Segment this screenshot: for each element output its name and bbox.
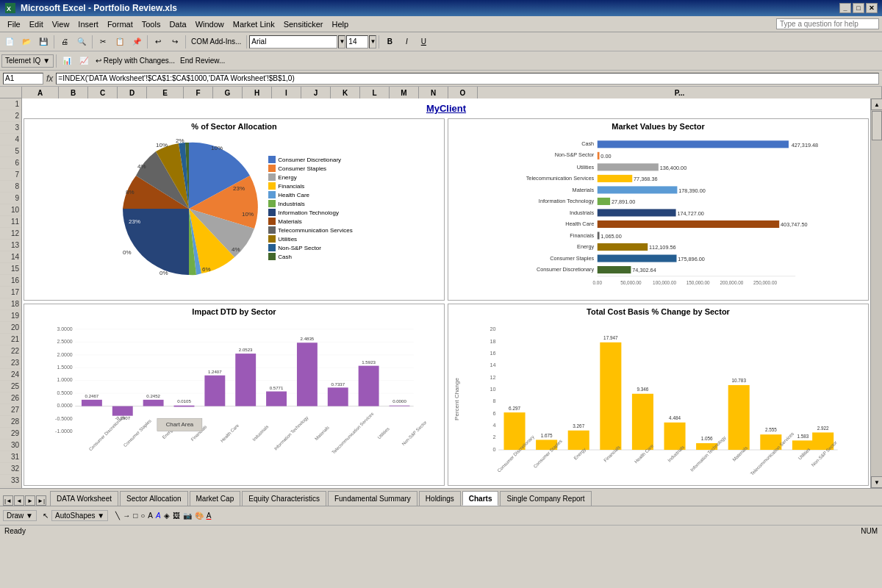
tab-prev-button[interactable]: ◄ bbox=[14, 495, 24, 506]
col-d[interactable]: D bbox=[118, 87, 147, 98]
legend-label-cs: Consumer Staples bbox=[278, 165, 326, 172]
close-button[interactable]: ✕ bbox=[866, 3, 878, 13]
col-more[interactable]: P... bbox=[478, 87, 882, 98]
rect-tool[interactable]: □ bbox=[133, 512, 137, 520]
fill-color-tool[interactable]: 🎨 bbox=[195, 512, 204, 520]
font-size-selector[interactable]: 14 bbox=[346, 35, 368, 49]
wordart-tool[interactable]: A bbox=[156, 512, 161, 520]
tab-market-cap[interactable]: Market Cap bbox=[190, 491, 241, 506]
tab-sector-allocation[interactable]: Sector Allocation bbox=[120, 491, 188, 506]
menu-sensiticker[interactable]: Sensiticker bbox=[279, 18, 328, 30]
open-button[interactable]: 📂 bbox=[18, 34, 35, 50]
menu-insert[interactable]: Insert bbox=[74, 18, 103, 30]
tab-last-button[interactable]: ►| bbox=[36, 495, 46, 506]
maximize-button[interactable]: □ bbox=[853, 3, 864, 13]
menu-window[interactable]: Window bbox=[191, 18, 229, 30]
minimize-button[interactable]: _ bbox=[839, 3, 851, 13]
col-g[interactable]: G bbox=[213, 87, 243, 98]
y-8: 8 bbox=[493, 398, 496, 404]
scroll-down-button[interactable]: ▼ bbox=[871, 476, 882, 488]
val-impact-it: 0.5771 bbox=[270, 385, 284, 390]
help-input[interactable] bbox=[776, 18, 879, 29]
col-e[interactable]: E bbox=[147, 87, 184, 98]
menu-marketlink[interactable]: Market Link bbox=[229, 18, 279, 30]
vertical-scrollbar[interactable]: ▲ ▼ bbox=[870, 98, 882, 488]
col-c[interactable]: C bbox=[88, 87, 118, 98]
diagram-tool[interactable]: ◈ bbox=[164, 512, 170, 520]
bar-val-telecom: 77,368.36 bbox=[634, 176, 657, 182]
menu-file[interactable]: File bbox=[3, 18, 25, 30]
col-b[interactable]: B bbox=[59, 87, 88, 98]
bold-button[interactable]: B bbox=[381, 34, 398, 50]
format-btn-2[interactable]: 📈 bbox=[76, 53, 92, 69]
menu-tools[interactable]: Tools bbox=[137, 18, 165, 30]
tab-single-company[interactable]: Single Company Report bbox=[500, 491, 591, 506]
tab-equity-characteristics[interactable]: Equity Characteristics bbox=[242, 491, 326, 506]
val-impact-m: 2.4835 bbox=[301, 336, 315, 341]
cell-reference[interactable]: A1 bbox=[3, 73, 43, 85]
row-8: 8 bbox=[0, 181, 21, 193]
tab-holdings[interactable]: Holdings bbox=[419, 491, 461, 506]
format-btn-1[interactable]: 📊 bbox=[59, 53, 75, 69]
italic-button[interactable]: I bbox=[398, 34, 415, 50]
print-button[interactable]: 🖨 bbox=[57, 34, 73, 50]
new-button[interactable]: 📄 bbox=[1, 34, 18, 50]
menu-help[interactable]: Help bbox=[327, 18, 353, 30]
line-tool[interactable]: ╲ bbox=[115, 512, 120, 520]
paste-button[interactable]: 📌 bbox=[129, 34, 145, 50]
undo-button[interactable]: ↩ bbox=[150, 34, 166, 50]
bar-impact-cs bbox=[112, 406, 133, 416]
draw-button[interactable]: Draw ▼ bbox=[3, 510, 37, 521]
preview-button[interactable]: 🔍 bbox=[74, 34, 90, 50]
col-o[interactable]: O bbox=[448, 87, 478, 98]
autoshapes-button[interactable]: AutoShapes ▼ bbox=[51, 510, 108, 521]
col-a[interactable]: A bbox=[22, 87, 59, 98]
scroll-thumb[interactable] bbox=[872, 111, 882, 140]
col-f[interactable]: F bbox=[184, 87, 213, 98]
col-k[interactable]: K bbox=[331, 87, 360, 98]
tab-next-button[interactable]: ► bbox=[25, 495, 35, 506]
menu-edit[interactable]: Edit bbox=[25, 18, 48, 30]
col-j[interactable]: J bbox=[301, 87, 331, 98]
tab-data-worksheet[interactable]: DATA Worksheet bbox=[50, 491, 118, 506]
y-16: 16 bbox=[490, 350, 496, 356]
col-h[interactable]: H bbox=[243, 87, 272, 98]
bar-nonsp bbox=[598, 152, 600, 159]
col-i[interactable]: I bbox=[272, 87, 301, 98]
menu-format[interactable]: Format bbox=[103, 18, 137, 30]
font-dropdown[interactable]: ▼ bbox=[338, 35, 345, 49]
font-size-dropdown[interactable]: ▼ bbox=[369, 35, 376, 49]
save-button[interactable]: 💾 bbox=[35, 34, 51, 50]
col-l[interactable]: L bbox=[360, 87, 390, 98]
oval-tool[interactable]: ○ bbox=[140, 512, 145, 520]
telemet-iq-button[interactable]: Telemet IQ ▼ bbox=[1, 54, 54, 68]
x-axis-250k: 250,000.00 bbox=[753, 280, 777, 285]
arrow-tool[interactable]: → bbox=[123, 512, 130, 520]
col-m[interactable]: M bbox=[390, 87, 419, 98]
pie-label-0-2: 0% bbox=[123, 249, 132, 256]
tab-charts[interactable]: Charts bbox=[462, 491, 499, 506]
copy-button[interactable]: 📋 bbox=[112, 34, 128, 50]
picture-tool[interactable]: 📷 bbox=[183, 512, 192, 520]
font-color-tool[interactable]: A bbox=[207, 512, 212, 520]
scroll-track[interactable] bbox=[871, 110, 882, 476]
redo-button[interactable]: ↪ bbox=[167, 34, 183, 50]
menu-view[interactable]: View bbox=[48, 18, 74, 30]
cut-button[interactable]: ✂ bbox=[95, 34, 111, 50]
underline-button[interactable]: U bbox=[415, 34, 431, 50]
impact-chart-title: Impact DTD by Sector bbox=[24, 304, 444, 318]
market-values-svg: Cash 427,319.48 Non-S&P Sector 0.00 Util… bbox=[460, 135, 862, 290]
tab-first-button[interactable]: |◄ bbox=[3, 495, 13, 506]
formula-input[interactable]: =INDEX('DATA Worksheet'!$CA$1:$CA$1000,'… bbox=[56, 73, 879, 85]
font-selector[interactable]: Arial bbox=[249, 35, 337, 49]
bar-financials bbox=[598, 232, 600, 239]
client-title: MyClient bbox=[22, 100, 870, 117]
title-text: Microsoft Excel - Portfolio Review.xls bbox=[21, 3, 177, 13]
clipart-tool[interactable]: 🖼 bbox=[173, 512, 180, 520]
text-tool[interactable]: A bbox=[148, 512, 153, 520]
col-n[interactable]: N bbox=[419, 87, 448, 98]
scroll-up-button[interactable]: ▲ bbox=[871, 98, 882, 110]
val-impact-n: 0.0000 bbox=[392, 398, 406, 404]
tab-fundamental-summary[interactable]: Fundamental Summary bbox=[328, 491, 417, 506]
menu-data[interactable]: Data bbox=[165, 18, 190, 30]
